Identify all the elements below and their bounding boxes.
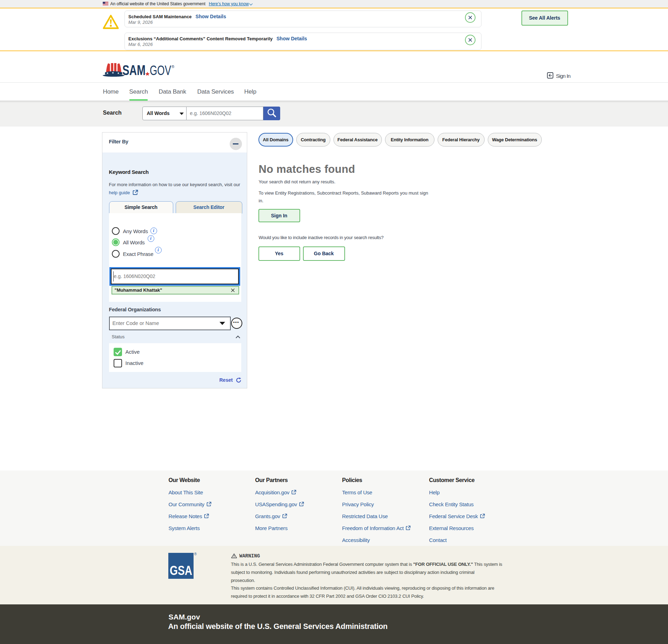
svg-text:®: ® — [171, 65, 174, 69]
svg-text:GOV: GOV — [150, 63, 171, 78]
svg-text:GSA: GSA — [170, 563, 192, 578]
svg-text:SAM: SAM — [122, 62, 146, 78]
